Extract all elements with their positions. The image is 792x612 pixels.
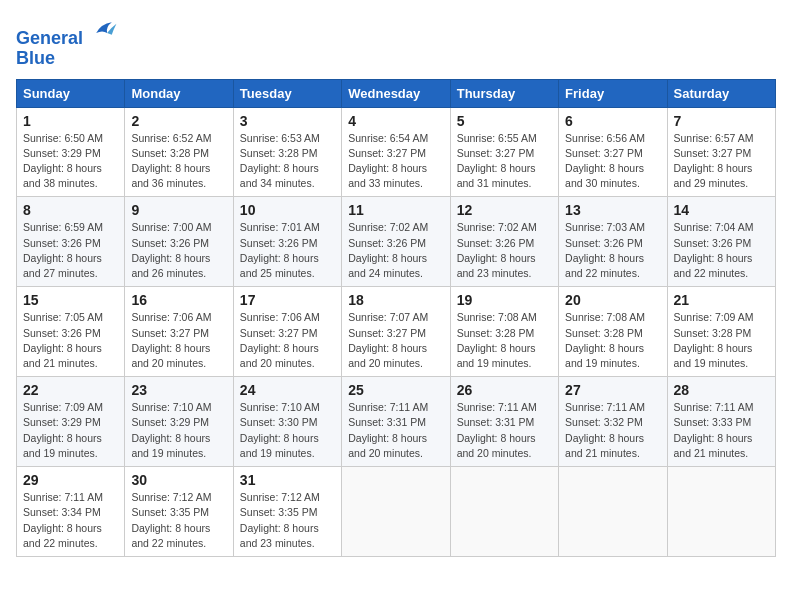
daylight-label: Daylight: 8 hours and 29 minutes. — [674, 162, 753, 189]
day-number: 25 — [348, 382, 443, 398]
calendar-cell: 30Sunrise: 7:12 AMSunset: 3:35 PMDayligh… — [125, 467, 233, 557]
sunrise-label: Sunrise: 7:07 AM — [348, 311, 428, 323]
daylight-label: Daylight: 8 hours and 23 minutes. — [457, 252, 536, 279]
col-header-monday: Monday — [125, 79, 233, 107]
day-detail: Sunrise: 6:53 AMSunset: 3:28 PMDaylight:… — [240, 131, 335, 192]
calendar-cell: 3Sunrise: 6:53 AMSunset: 3:28 PMDaylight… — [233, 107, 341, 197]
day-detail: Sunrise: 6:52 AMSunset: 3:28 PMDaylight:… — [131, 131, 226, 192]
day-detail: Sunrise: 7:01 AMSunset: 3:26 PMDaylight:… — [240, 220, 335, 281]
col-header-saturday: Saturday — [667, 79, 775, 107]
calendar-cell: 18Sunrise: 7:07 AMSunset: 3:27 PMDayligh… — [342, 287, 450, 377]
daylight-label: Daylight: 8 hours and 19 minutes. — [23, 432, 102, 459]
day-number: 16 — [131, 292, 226, 308]
day-detail: Sunrise: 7:11 AMSunset: 3:31 PMDaylight:… — [457, 400, 552, 461]
sunrise-label: Sunrise: 7:11 AM — [457, 401, 537, 413]
day-detail: Sunrise: 6:57 AMSunset: 3:27 PMDaylight:… — [674, 131, 769, 192]
daylight-label: Daylight: 8 hours and 19 minutes. — [674, 342, 753, 369]
daylight-label: Daylight: 8 hours and 23 minutes. — [240, 522, 319, 549]
day-detail: Sunrise: 7:08 AMSunset: 3:28 PMDaylight:… — [457, 310, 552, 371]
sunrise-label: Sunrise: 7:11 AM — [23, 491, 103, 503]
day-number: 17 — [240, 292, 335, 308]
day-number: 1 — [23, 113, 118, 129]
sunrise-label: Sunrise: 6:53 AM — [240, 132, 320, 144]
calendar-cell: 10Sunrise: 7:01 AMSunset: 3:26 PMDayligh… — [233, 197, 341, 287]
calendar-cell: 25Sunrise: 7:11 AMSunset: 3:31 PMDayligh… — [342, 377, 450, 467]
calendar-cell: 14Sunrise: 7:04 AMSunset: 3:26 PMDayligh… — [667, 197, 775, 287]
day-detail: Sunrise: 7:06 AMSunset: 3:27 PMDaylight:… — [240, 310, 335, 371]
day-detail: Sunrise: 7:09 AMSunset: 3:28 PMDaylight:… — [674, 310, 769, 371]
sunset-label: Sunset: 3:32 PM — [565, 416, 643, 428]
sunrise-label: Sunrise: 7:06 AM — [131, 311, 211, 323]
calendar-week-row: 8Sunrise: 6:59 AMSunset: 3:26 PMDaylight… — [17, 197, 776, 287]
page-header: General Blue — [16, 16, 776, 69]
sunset-label: Sunset: 3:29 PM — [23, 416, 101, 428]
day-detail: Sunrise: 7:11 AMSunset: 3:31 PMDaylight:… — [348, 400, 443, 461]
day-number: 2 — [131, 113, 226, 129]
day-number: 30 — [131, 472, 226, 488]
day-detail: Sunrise: 7:11 AMSunset: 3:34 PMDaylight:… — [23, 490, 118, 551]
sunrise-label: Sunrise: 7:12 AM — [240, 491, 320, 503]
sunset-label: Sunset: 3:31 PM — [457, 416, 535, 428]
day-number: 21 — [674, 292, 769, 308]
day-number: 26 — [457, 382, 552, 398]
sunrise-label: Sunrise: 7:10 AM — [131, 401, 211, 413]
calendar-cell: 9Sunrise: 7:00 AMSunset: 3:26 PMDaylight… — [125, 197, 233, 287]
calendar-cell: 2Sunrise: 6:52 AMSunset: 3:28 PMDaylight… — [125, 107, 233, 197]
daylight-label: Daylight: 8 hours and 21 minutes. — [23, 342, 102, 369]
daylight-label: Daylight: 8 hours and 36 minutes. — [131, 162, 210, 189]
day-detail: Sunrise: 6:50 AMSunset: 3:29 PMDaylight:… — [23, 131, 118, 192]
calendar-cell: 19Sunrise: 7:08 AMSunset: 3:28 PMDayligh… — [450, 287, 558, 377]
sunrise-label: Sunrise: 7:08 AM — [457, 311, 537, 323]
sunrise-label: Sunrise: 7:11 AM — [565, 401, 645, 413]
calendar-cell: 8Sunrise: 6:59 AMSunset: 3:26 PMDaylight… — [17, 197, 125, 287]
daylight-label: Daylight: 8 hours and 21 minutes. — [674, 432, 753, 459]
col-header-sunday: Sunday — [17, 79, 125, 107]
calendar-cell: 11Sunrise: 7:02 AMSunset: 3:26 PMDayligh… — [342, 197, 450, 287]
daylight-label: Daylight: 8 hours and 20 minutes. — [457, 432, 536, 459]
daylight-label: Daylight: 8 hours and 22 minutes. — [565, 252, 644, 279]
sunrise-label: Sunrise: 7:00 AM — [131, 221, 211, 233]
calendar-cell: 29Sunrise: 7:11 AMSunset: 3:34 PMDayligh… — [17, 467, 125, 557]
col-header-tuesday: Tuesday — [233, 79, 341, 107]
day-detail: Sunrise: 7:02 AMSunset: 3:26 PMDaylight:… — [457, 220, 552, 281]
col-header-wednesday: Wednesday — [342, 79, 450, 107]
calendar-cell: 5Sunrise: 6:55 AMSunset: 3:27 PMDaylight… — [450, 107, 558, 197]
sunset-label: Sunset: 3:27 PM — [565, 147, 643, 159]
calendar-cell: 28Sunrise: 7:11 AMSunset: 3:33 PMDayligh… — [667, 377, 775, 467]
sunrise-label: Sunrise: 7:03 AM — [565, 221, 645, 233]
sunset-label: Sunset: 3:35 PM — [240, 506, 318, 518]
daylight-label: Daylight: 8 hours and 21 minutes. — [565, 432, 644, 459]
sunset-label: Sunset: 3:26 PM — [348, 237, 426, 249]
logo-bird-icon — [90, 16, 118, 44]
sunset-label: Sunset: 3:34 PM — [23, 506, 101, 518]
day-number: 11 — [348, 202, 443, 218]
sunrise-label: Sunrise: 7:09 AM — [674, 311, 754, 323]
day-detail: Sunrise: 7:05 AMSunset: 3:26 PMDaylight:… — [23, 310, 118, 371]
sunset-label: Sunset: 3:27 PM — [131, 327, 209, 339]
day-number: 14 — [674, 202, 769, 218]
day-number: 28 — [674, 382, 769, 398]
sunset-label: Sunset: 3:28 PM — [457, 327, 535, 339]
sunset-label: Sunset: 3:26 PM — [457, 237, 535, 249]
sunrise-label: Sunrise: 7:02 AM — [348, 221, 428, 233]
day-number: 31 — [240, 472, 335, 488]
sunrise-label: Sunrise: 7:12 AM — [131, 491, 211, 503]
logo-general: General — [16, 28, 83, 48]
sunset-label: Sunset: 3:26 PM — [23, 327, 101, 339]
day-number: 22 — [23, 382, 118, 398]
day-number: 15 — [23, 292, 118, 308]
sunset-label: Sunset: 3:33 PM — [674, 416, 752, 428]
logo-blue: Blue — [16, 49, 118, 69]
day-detail: Sunrise: 7:10 AMSunset: 3:29 PMDaylight:… — [131, 400, 226, 461]
sunset-label: Sunset: 3:26 PM — [131, 237, 209, 249]
calendar-cell: 15Sunrise: 7:05 AMSunset: 3:26 PMDayligh… — [17, 287, 125, 377]
sunset-label: Sunset: 3:28 PM — [674, 327, 752, 339]
sunset-label: Sunset: 3:26 PM — [674, 237, 752, 249]
day-detail: Sunrise: 7:11 AMSunset: 3:32 PMDaylight:… — [565, 400, 660, 461]
sunset-label: Sunset: 3:35 PM — [131, 506, 209, 518]
sunrise-label: Sunrise: 7:05 AM — [23, 311, 103, 323]
sunset-label: Sunset: 3:30 PM — [240, 416, 318, 428]
sunset-label: Sunset: 3:31 PM — [348, 416, 426, 428]
sunset-label: Sunset: 3:28 PM — [131, 147, 209, 159]
col-header-friday: Friday — [559, 79, 667, 107]
